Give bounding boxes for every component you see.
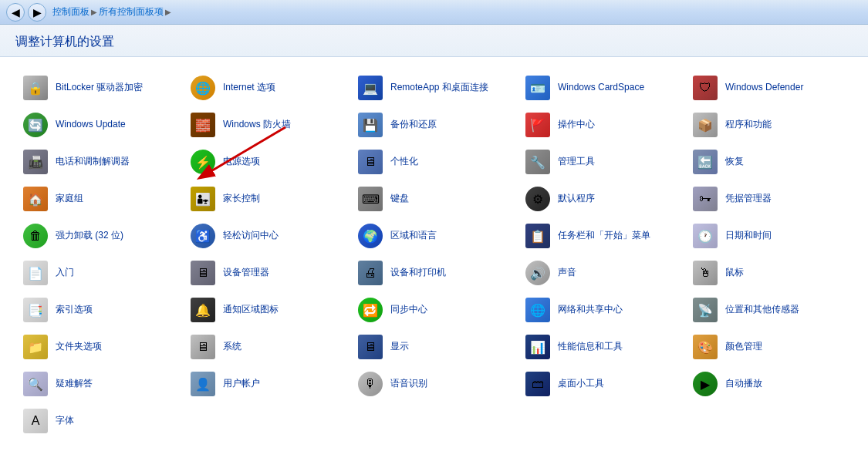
item-font[interactable]: A字体 (15, 402, 183, 439)
color-icon: 🎨 (691, 333, 719, 361)
item-desktop[interactable]: 🗃桌面小工具 (518, 365, 685, 402)
item-user[interactable]: 👤用户帐户 (183, 365, 350, 402)
item-region[interactable]: 🌍区域和语言 (350, 217, 518, 254)
devices-label: 设备和打印机 (390, 267, 446, 279)
system-icon: 🖥 (189, 333, 217, 361)
item-action[interactable]: 🚩操作中心 (518, 106, 685, 143)
item-credential[interactable]: 🗝凭据管理器 (685, 180, 853, 217)
notify-label: 通知区域图标 (223, 304, 279, 316)
sync-icon: 🔁 (356, 296, 384, 324)
item-notify[interactable]: 🔔通知区域图标 (183, 291, 350, 328)
content-area: 🔒BitLocker 驱动器加密🌐Internet 选项💻RemoteApp 和… (0, 57, 868, 463)
backup-icon: 💾 (356, 111, 384, 139)
item-autoplay[interactable]: ▶自动播放 (685, 365, 853, 402)
item-manage[interactable]: 🔧管理工具 (518, 143, 685, 180)
homegroup-icon: 🏠 (22, 185, 49, 213)
item-default[interactable]: ⚙默认程序 (518, 180, 685, 217)
item-perf[interactable]: 📊性能信息和工具 (518, 328, 685, 365)
item-remote[interactable]: 💻RemoteApp 和桌面连接 (350, 69, 518, 106)
item-devices[interactable]: 🖨设备和打印机 (350, 254, 518, 291)
folder-icon: 📁 (22, 333, 49, 361)
cardspace-label: Windows CardSpace (558, 82, 644, 94)
programs-label: 程序和功能 (725, 119, 772, 131)
item-sync[interactable]: 🔁同步中心 (350, 291, 518, 328)
item-programs[interactable]: 📦程序和功能 (685, 106, 853, 143)
item-uninstall[interactable]: 🗑强力卸载 (32 位) (15, 217, 183, 254)
uninstall-icon: 🗑 (22, 222, 49, 250)
manage-icon: 🔧 (524, 148, 552, 176)
index-label: 索引选项 (56, 304, 93, 316)
perf-icon: 📊 (524, 333, 552, 361)
location-label: 位置和其他传感器 (725, 304, 799, 316)
item-modem[interactable]: 📠电话和调制解调器 (15, 143, 183, 180)
item-restore[interactable]: 🔙恢复 (685, 143, 853, 180)
default-icon: ⚙ (524, 185, 552, 213)
main-header: 调整计算机的设置 (0, 25, 868, 57)
devmgr-label: 设备管理器 (223, 267, 269, 279)
breadcrumb-sep1: ▶ (91, 8, 97, 16)
forward-button[interactable]: ▶ (28, 3, 46, 22)
taskbar-icon: 📋 (524, 222, 552, 250)
item-trouble[interactable]: 🔍疑难解答 (15, 365, 183, 402)
font-label: 字体 (56, 415, 74, 427)
item-speech[interactable]: 🎙语音识别 (350, 365, 518, 402)
item-folder[interactable]: 📁文件夹选项 (15, 328, 183, 365)
breadcrumb-allpanels[interactable]: 所有控制面板项 (99, 5, 164, 19)
item-location[interactable]: 📡位置和其他传感器 (685, 291, 853, 328)
item-system[interactable]: 🖥系统 (183, 328, 350, 365)
firewall-icon: 🧱 (189, 111, 217, 139)
breadcrumb-controlpanel[interactable]: 控制面板 (52, 5, 90, 19)
remote-icon: 💻 (356, 74, 384, 102)
parental-icon: 👨‍👧 (189, 185, 217, 213)
personal-icon: 🖥 (356, 148, 384, 176)
breadcrumb: 控制面板 ▶ 所有控制面板项 ▶ (52, 5, 173, 19)
trouble-label: 疑难解答 (56, 378, 93, 390)
item-taskbar[interactable]: 📋任务栏和「开始」菜单 (518, 217, 685, 254)
nav-buttons: ◀ ▶ (6, 3, 46, 22)
color-label: 颜色管理 (725, 341, 762, 353)
item-display[interactable]: 🖥显示 (350, 328, 518, 365)
internet-icon: 🌐 (189, 74, 217, 102)
action-icon: 🚩 (524, 111, 552, 139)
devmgr-icon: 🖥 (189, 259, 217, 287)
item-firewall[interactable]: 🧱Windows 防火墙 (183, 106, 350, 143)
item-color[interactable]: 🎨颜色管理 (685, 328, 853, 365)
title-bar: ◀ ▶ 控制面板 ▶ 所有控制面板项 ▶ (0, 0, 868, 25)
item-index[interactable]: 📑索引选项 (15, 291, 183, 328)
datetime-icon: 🕐 (691, 222, 719, 250)
breadcrumb-sep2: ▶ (165, 8, 171, 16)
item-keyboard[interactable]: ⌨键盘 (350, 180, 518, 217)
autoplay-icon: ▶ (691, 370, 719, 398)
taskbar-label: 任务栏和「开始」菜单 (558, 230, 650, 242)
item-cardspace[interactable]: 🪪Windows CardSpace (518, 69, 685, 106)
item-bitlocker[interactable]: 🔒BitLocker 驱动器加密 (15, 69, 183, 106)
system-label: 系统 (223, 341, 241, 353)
item-backup[interactable]: 💾备份和还原 (350, 106, 518, 143)
display-icon: 🖥 (356, 333, 384, 361)
item-personal[interactable]: 🖥个性化 (350, 143, 518, 180)
speech-icon: 🎙 (356, 370, 384, 398)
user-label: 用户帐户 (223, 378, 260, 390)
item-devmgr[interactable]: 🖥设备管理器 (183, 254, 350, 291)
autoplay-label: 自动播放 (725, 378, 762, 390)
item-homegroup[interactable]: 🏠家庭组 (15, 180, 183, 217)
mouse-icon: 🖱 (691, 259, 719, 287)
item-getstarted[interactable]: 📄入门 (15, 254, 183, 291)
parental-label: 家长控制 (223, 193, 260, 205)
item-internet[interactable]: 🌐Internet 选项 (183, 69, 350, 106)
item-update[interactable]: 🔄Windows Update (15, 106, 183, 143)
item-network[interactable]: 🌐网络和共享中心 (518, 291, 685, 328)
item-datetime[interactable]: 🕐日期和时间 (685, 217, 853, 254)
item-ease[interactable]: ♿轻松访问中心 (183, 217, 350, 254)
item-parental[interactable]: 👨‍👧家长控制 (183, 180, 350, 217)
programs-icon: 📦 (691, 111, 719, 139)
item-mouse[interactable]: 🖱鼠标 (685, 254, 853, 291)
item-defender[interactable]: 🛡Windows Defender (685, 69, 853, 106)
item-sound[interactable]: 🔊声音 (518, 254, 685, 291)
display-label: 显示 (390, 341, 409, 353)
item-power[interactable]: ⚡电源选项 (183, 143, 350, 180)
back-button[interactable]: ◀ (6, 3, 25, 22)
app-window: ◀ ▶ 控制面板 ▶ 所有控制面板项 ▶ 调整计算机的设置 🔒BitLocker… (0, 0, 868, 463)
defender-label: Windows Defender (725, 82, 803, 94)
folder-label: 文件夹选项 (56, 341, 102, 353)
